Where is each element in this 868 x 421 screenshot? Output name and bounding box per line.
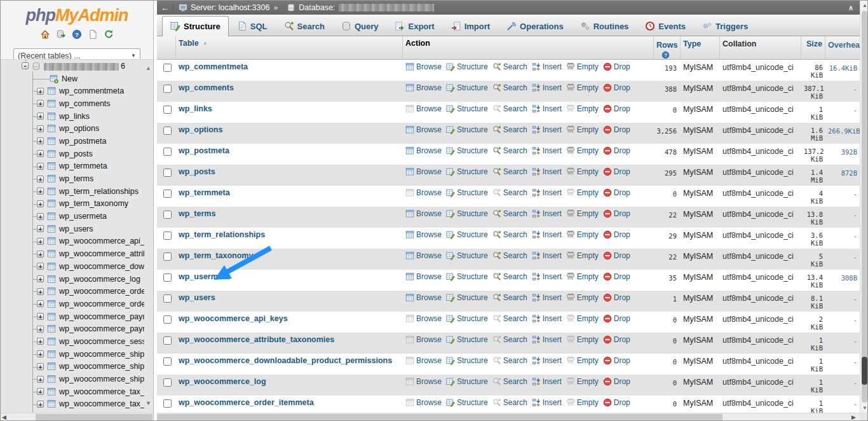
table-collation[interactable]: utf8mb4_unicode_ci: [720, 207, 801, 228]
action-insert[interactable]: Insert: [532, 209, 562, 218]
expand-icon[interactable]: +: [37, 225, 44, 232]
action-browse[interactable]: Browse: [405, 251, 442, 260]
action-empty[interactable]: Empty: [566, 251, 599, 260]
tab-events[interactable]: Events: [637, 16, 694, 36]
expand-icon[interactable]: +: [37, 300, 44, 307]
action-drop[interactable]: Drop: [603, 398, 630, 407]
tab-routines[interactable]: Routines: [572, 16, 637, 36]
row-checkbox[interactable]: [163, 378, 172, 387]
tree-item-wp_usermeta[interactable]: +wp_usermeta: [1, 210, 144, 223]
expand-icon[interactable]: +: [37, 188, 44, 195]
scrollbar-down-icon[interactable]: ▼: [146, 400, 151, 406]
action-search[interactable]: Search: [492, 293, 527, 302]
tree-item-wp_woocommerce_api_keys[interactable]: +wp_woocommerce_api_keys: [1, 235, 144, 248]
action-empty[interactable]: Empty: [566, 104, 599, 113]
table-name-link[interactable]: wp_terms: [179, 209, 215, 218]
action-insert[interactable]: Insert: [532, 314, 562, 323]
tree-item-wp_commentmeta[interactable]: +wp_commentmeta: [1, 85, 144, 97]
tree-item-wp_woocommerce_tax_rate_locations[interactable]: +wp_woocommerce_tax_rate_locations: [1, 385, 144, 398]
action-structure[interactable]: Structure: [446, 356, 488, 365]
doc-icon[interactable]: [88, 29, 98, 42]
action-browse[interactable]: Browse: [405, 125, 442, 134]
action-structure[interactable]: Structure: [446, 62, 488, 71]
action-drop[interactable]: Drop: [603, 230, 630, 239]
action-structure[interactable]: Structure: [446, 251, 488, 260]
table-name-link[interactable]: wp_options: [179, 125, 222, 134]
action-drop[interactable]: Drop: [603, 83, 630, 92]
tree-item-wp_woocommerce_shipping_zones[interactable]: +wp_woocommerce_shipping_zones: [1, 373, 144, 385]
table-collation[interactable]: utf8mb4_unicode_ci: [720, 375, 801, 396]
tree-item-database[interactable]: - 6: [1, 60, 144, 72]
tree-item-wp_options[interactable]: +wp_options: [1, 122, 144, 135]
action-empty[interactable]: Empty: [566, 146, 599, 155]
action-insert[interactable]: Insert: [532, 167, 562, 176]
action-search[interactable]: Search: [492, 62, 527, 71]
expand-icon[interactable]: +: [37, 251, 44, 258]
action-browse[interactable]: Browse: [405, 209, 442, 218]
action-insert[interactable]: Insert: [532, 356, 562, 365]
table-name-link[interactable]: wp_commentmeta: [179, 62, 248, 71]
tree-item-new[interactable]: New: [1, 72, 144, 85]
tree-item-wp_termmeta[interactable]: +wp_termmeta: [1, 160, 144, 173]
action-drop[interactable]: Drop: [603, 62, 630, 71]
table-name-link[interactable]: wp_comments: [179, 83, 234, 92]
action-insert[interactable]: Insert: [532, 146, 562, 155]
action-search[interactable]: Search: [492, 314, 527, 323]
tree-item-wp_woocommerce_order_items[interactable]: +wp_woocommerce_order_items: [1, 298, 144, 310]
table-collation[interactable]: utf8mb4_unicode_ci: [720, 396, 801, 413]
action-structure[interactable]: Structure: [446, 293, 488, 302]
table-name-link[interactable]: wp_woocommerce_downloadable_product_perm…: [179, 356, 392, 365]
row-checkbox[interactable]: [163, 106, 172, 114]
action-browse[interactable]: Browse: [405, 377, 442, 386]
row-checkbox[interactable]: [163, 252, 172, 261]
expand-icon[interactable]: +: [37, 200, 44, 207]
action-drop[interactable]: Drop: [603, 377, 630, 386]
tab-search[interactable]: Search: [276, 16, 333, 36]
expand-icon[interactable]: +: [37, 288, 44, 295]
action-search[interactable]: Search: [492, 251, 527, 260]
table-collation[interactable]: utf8mb4_unicode_ci: [720, 123, 801, 144]
tree-item-wp_woocommerce_sessions[interactable]: +wp_woocommerce_sessions: [1, 335, 144, 348]
table-name-link[interactable]: wp_usermeta: [179, 272, 229, 281]
breadcrumb-database-label[interactable]: Database:: [299, 3, 335, 12]
action-drop[interactable]: Drop: [603, 356, 630, 365]
action-browse[interactable]: Browse: [405, 83, 442, 92]
action-insert[interactable]: Insert: [532, 83, 562, 92]
row-checkbox[interactable]: [163, 231, 172, 240]
action-empty[interactable]: Empty: [566, 377, 599, 386]
table-collation[interactable]: utf8mb4_unicode_ci: [720, 333, 801, 354]
action-browse[interactable]: Browse: [405, 230, 442, 239]
action-empty[interactable]: Empty: [566, 125, 599, 134]
table-name-link[interactable]: wp_woocommerce_order_itemmeta: [179, 398, 314, 407]
expand-icon[interactable]: +: [37, 213, 44, 220]
tree-item-wp_woocommerce_attribute_taxonomies[interactable]: +wp_woocommerce_attribute_taxonomies: [1, 247, 144, 260]
action-search[interactable]: Search: [492, 125, 527, 134]
action-browse[interactable]: Browse: [405, 335, 442, 344]
help-icon[interactable]: ?: [661, 51, 670, 59]
table-collation[interactable]: utf8mb4_unicode_ci: [720, 228, 801, 249]
row-checkbox[interactable]: [163, 357, 172, 366]
sidebar-horizontal-scrollbar[interactable]: ◀: [1, 413, 153, 421]
action-browse[interactable]: Browse: [405, 188, 442, 197]
action-drop[interactable]: Drop: [603, 314, 630, 323]
action-search[interactable]: Search: [492, 209, 527, 218]
action-insert[interactable]: Insert: [532, 272, 562, 281]
row-checkbox[interactable]: [163, 336, 172, 345]
expand-icon[interactable]: +: [37, 326, 44, 333]
action-structure[interactable]: Structure: [446, 83, 488, 92]
table-collation[interactable]: utf8mb4_unicode_ci: [720, 102, 801, 123]
action-search[interactable]: Search: [492, 272, 527, 281]
table-name-link[interactable]: wp_users: [179, 293, 215, 302]
expand-icon[interactable]: +: [37, 238, 44, 245]
action-empty[interactable]: Empty: [566, 83, 599, 92]
action-insert[interactable]: Insert: [532, 335, 562, 344]
tree-item-wp_postmeta[interactable]: +wp_postmeta: [1, 135, 144, 148]
action-search[interactable]: Search: [492, 335, 527, 344]
tree-item-wp_comments[interactable]: +wp_comments: [1, 97, 144, 110]
expand-icon[interactable]: +: [37, 88, 44, 95]
row-checkbox[interactable]: [163, 169, 172, 177]
action-drop[interactable]: Drop: [603, 104, 630, 113]
tree-item-wp_woocommerce_shipping_zone_methods[interactable]: +wp_woocommerce_shipping_zone_methods: [1, 361, 144, 373]
action-browse[interactable]: Browse: [405, 293, 442, 302]
action-structure[interactable]: Structure: [446, 230, 488, 239]
